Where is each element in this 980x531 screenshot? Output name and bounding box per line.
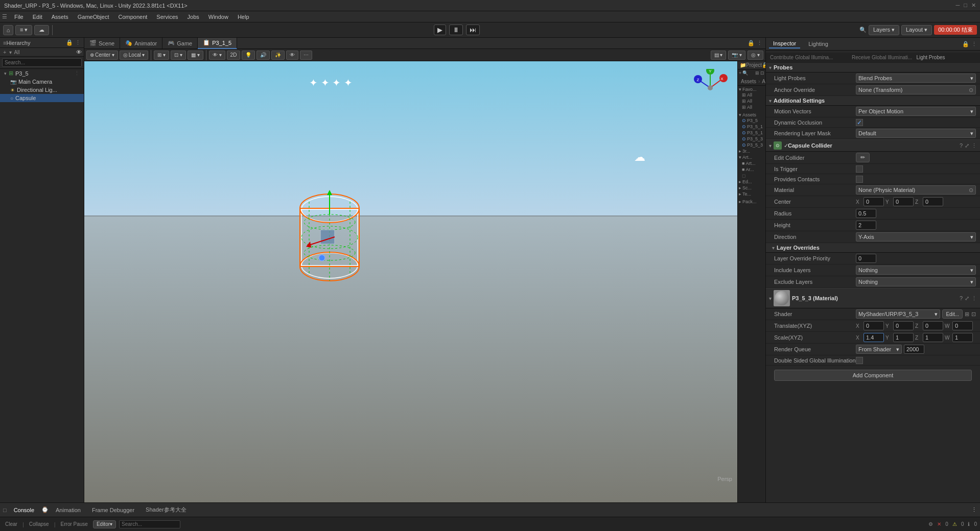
animation-tab[interactable]: Animation [52, 506, 85, 514]
project-view-icon[interactable]: ⊡ [760, 70, 764, 76]
arts-item-2[interactable]: ■ Ar... [742, 166, 764, 173]
tab-animator[interactable]: 🎭 Animator [120, 38, 162, 49]
project-search-icon[interactable]: 🔍 [742, 70, 748, 76]
snap-dropdown[interactable]: ⊡ ▾ [171, 51, 186, 60]
view-more-icon[interactable]: ⋮ [757, 40, 762, 46]
project-settings-icon[interactable]: ⊞ [755, 70, 759, 76]
shader-link-icon-2[interactable]: ⊡ [971, 311, 976, 318]
hierarchy-more-icon[interactable]: ⋮ [75, 39, 81, 46]
asset-p3-5-1b[interactable]: ⊙ P3_5_1 [742, 130, 764, 136]
scene-camera-btn[interactable]: 📷 ▾ [728, 51, 745, 60]
hierarchy-eye-icon[interactable]: 👁 [76, 49, 82, 55]
dynamic-occlusion-checkbox[interactable]: ✓ [856, 119, 863, 126]
height-field[interactable]: 2 [856, 221, 876, 230]
asset-p3-5-3b[interactable]: ⊙ P3_5_3 [742, 142, 764, 148]
grid-dropdown[interactable]: ⊞ ▾ [154, 51, 169, 60]
view-lock-icon[interactable]: 🔒 [748, 40, 755, 46]
tab-p3-1-5[interactable]: 📋 P3_1_5 [198, 38, 237, 49]
assets-te-header[interactable]: ▸ Te... [739, 191, 764, 197]
console-search-input[interactable] [119, 520, 180, 528]
menu-icon-1[interactable]: ☰ [2, 13, 7, 20]
asset-p3-5-3[interactable]: ⊙ P3_5_3 [742, 136, 764, 142]
pause-button[interactable]: ⏸ [449, 25, 463, 35]
tab-game[interactable]: 🎮 Game [162, 38, 198, 49]
radius-field[interactable]: 0.5 [856, 209, 876, 218]
motion-vectors-dropdown[interactable]: Per Object Motion ▾ [856, 107, 976, 116]
shader-edit-btn[interactable]: Edit... [942, 309, 963, 319]
shader-dropdown[interactable]: MyShader/URP/P3_5_3 ▾ [856, 309, 940, 319]
tw-field[interactable]: 0 [952, 321, 973, 330]
play-button[interactable]: ▶ [434, 25, 446, 35]
timer-button[interactable]: 00:00:00 结束 [934, 25, 977, 35]
inspector-lock-icon[interactable]: 🔒 [962, 41, 969, 47]
hierarchy-item-main-camera[interactable]: 📷 Main Camera [0, 78, 84, 86]
toolbar-icon-cloud[interactable]: ☁ [34, 25, 49, 35]
local-dropdown[interactable]: ◎ Local ▾ [120, 51, 149, 60]
status-icon-settings[interactable]: ⚙ [928, 521, 933, 527]
view-mode-btn[interactable]: 👁 ▾ [209, 51, 225, 60]
breadcrumb-assets[interactable]: Assets [741, 79, 756, 84]
scene-gizmos-btn[interactable]: ◎ ▾ [748, 51, 763, 60]
anchor-override-link-icon[interactable]: ⊙ [969, 87, 973, 93]
tab-scene[interactable]: 🎬 Scene [84, 38, 120, 49]
favorites-all3[interactable]: ⊞ All [742, 104, 764, 110]
assets-sc-header[interactable]: ▸ Sc... [739, 185, 764, 191]
effects-btn[interactable]: ✨ [271, 51, 285, 60]
hierarchy-item-menu[interactable]: ⋮ [74, 70, 80, 77]
edit-collider-btn[interactable]: ✏ [856, 153, 870, 162]
hierarchy-lock-icon[interactable]: 🔒 [66, 39, 73, 46]
assets-edit-header[interactable]: ▸ Ed... [739, 179, 764, 185]
arts-item-1[interactable]: ■ Art... [742, 160, 764, 166]
include-layers-dropdown[interactable]: Nothing ▾ [856, 266, 976, 275]
hierarchy-item-p3-5[interactable]: ▾ ⊞ P3_5 ⋮ [0, 69, 84, 78]
hierarchy-item-directional-light[interactable]: ☀ Directional Lig... [0, 86, 84, 94]
assets-arts-header[interactable]: ▾ Art... [739, 154, 764, 160]
menu-gameobject[interactable]: GameObject [74, 13, 113, 21]
favorites-all2[interactable]: ⊞ All [742, 98, 764, 104]
assets-3d-header[interactable]: ▸ 3r... [739, 148, 764, 154]
toolbar-dropdown-view[interactable]: ≡ ▾ [15, 25, 32, 35]
sw-field[interactable]: 1 [952, 333, 973, 342]
menu-edit[interactable]: Edit [29, 13, 46, 21]
probes-section-header[interactable]: ▾ Probes [766, 63, 980, 73]
clear-button[interactable]: Clear [3, 521, 19, 527]
material-link-icon[interactable]: ⊙ [969, 187, 973, 194]
maximize-btn[interactable]: □ [964, 2, 967, 9]
shader-link-icon-1[interactable]: ⊞ [965, 311, 969, 318]
material-component-header[interactable]: ▾ P3_5_3 (Material) ? ⤢ ⋮ [766, 288, 980, 308]
center-x-field[interactable]: 0 [864, 197, 884, 206]
ty-field[interactable]: 0 [893, 321, 914, 330]
tz-field[interactable]: 0 [923, 321, 943, 330]
menu-help[interactable]: Help [234, 13, 253, 21]
collider-menu-icon[interactable]: ⋮ [971, 142, 977, 149]
collapse-button[interactable]: Collapse [27, 521, 51, 527]
hierarchy-add-btn[interactable]: + [2, 49, 7, 55]
priority-field[interactable]: 0 [856, 254, 876, 263]
error-pause-button[interactable]: Error Pause [59, 521, 90, 527]
additional-settings-header[interactable]: ▾ Additional Settings [766, 96, 980, 106]
menu-file[interactable]: File [10, 13, 28, 21]
menu-window[interactable]: Window [204, 13, 232, 21]
scene-view[interactable]: ✦ ✦ ✦ ✦ ☁ [84, 61, 737, 502]
shader-ref-tab[interactable]: Shader参考大全 [142, 505, 190, 515]
inspector-tab-lighting[interactable]: Lighting [804, 40, 832, 48]
double-sided-checkbox[interactable] [856, 357, 863, 364]
render-queue-field[interactable]: 2000 [904, 345, 924, 354]
render-mode-btn[interactable]: 2D [227, 51, 241, 60]
anchor-override-dropdown[interactable]: None (Transform) ⊙ [856, 85, 976, 94]
collider-expand-icon-2[interactable]: ⤢ [965, 142, 969, 149]
favorites-all[interactable]: ⊞ All [742, 92, 764, 98]
layers-dropdown[interactable]: Layers ▾ [869, 25, 899, 35]
rendering-layer-dropdown[interactable]: Default ▾ [856, 129, 976, 138]
is-trigger-checkbox[interactable] [856, 165, 863, 173]
more-scene-btn[interactable]: ⋯ [300, 51, 312, 60]
search-icon[interactable]: 🔍 [859, 27, 867, 33]
collider-enable-checkbox[interactable]: ✓ [784, 142, 786, 149]
asset-p3-5[interactable]: ⊙ P3_5 [742, 117, 764, 124]
add-component-button[interactable]: Add Component [774, 370, 972, 381]
menu-jobs[interactable]: Jobs [183, 13, 203, 21]
project-add-btn[interactable]: + [739, 70, 741, 76]
packages-header[interactable]: ▸ Pack... [739, 199, 764, 204]
inspector-more-icon[interactable]: ⋮ [971, 41, 977, 47]
material-menu-icon[interactable]: ⋮ [971, 295, 977, 302]
